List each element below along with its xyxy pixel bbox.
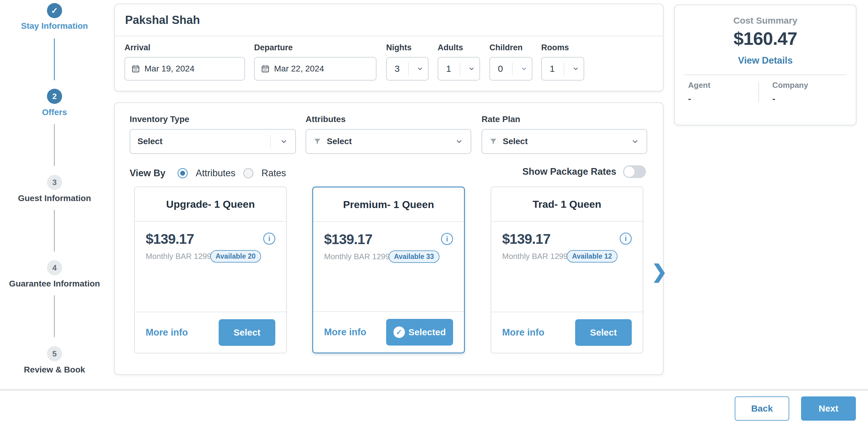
- show-package-rates-label: Show Package Rates: [522, 166, 616, 177]
- attributes-select[interactable]: Select: [306, 129, 471, 154]
- rate-plan-value: Select: [503, 136, 528, 146]
- agent-column: Agent -: [688, 81, 758, 104]
- cost-summary-card: Cost Summary $160.47 View Details Agent …: [674, 4, 857, 125]
- stay-summary-card: Pakshal Shah Arrival Mar 19, 2024 Depart…: [114, 4, 663, 91]
- arrival-field-group: Arrival Mar 19, 2024: [124, 43, 245, 81]
- chevron-down-icon: [631, 137, 639, 146]
- adults-select[interactable]: 1: [438, 57, 480, 81]
- offer-rate-plan: Monthly BAR 1299: [502, 252, 568, 261]
- more-info-link[interactable]: More info: [502, 327, 545, 338]
- company-value: -: [772, 94, 842, 104]
- nights-value: 3: [395, 64, 404, 74]
- inventory-type-label: Inventory Type: [130, 115, 296, 124]
- children-select[interactable]: 0: [489, 57, 532, 81]
- company-label: Company: [772, 81, 842, 90]
- rate-plan-select[interactable]: Select: [482, 129, 647, 154]
- step-4-label[interactable]: Guarantee Information: [0, 279, 109, 288]
- nights-field-group: Nights 3: [386, 43, 429, 81]
- step-3-number: 3: [52, 178, 57, 187]
- view-details-link[interactable]: View Details: [675, 55, 856, 66]
- show-package-rates-group: Show Package Rates: [522, 165, 646, 178]
- view-by-attributes-label[interactable]: Attributes: [196, 168, 235, 179]
- chevron-down-icon: [468, 65, 475, 72]
- info-icon[interactable]: i: [620, 233, 632, 245]
- chevron-down-icon: [520, 65, 528, 72]
- filter-icon: [489, 138, 497, 145]
- wizard-stepper: ✓ Stay Information 2 Offers 3 Guest Info…: [0, 0, 109, 427]
- arrival-label: Arrival: [124, 43, 245, 52]
- offer-title: Trad- 1 Queen: [491, 187, 643, 222]
- info-icon[interactable]: i: [263, 233, 275, 245]
- agent-label: Agent: [688, 81, 758, 90]
- nights-select[interactable]: 3: [386, 57, 429, 81]
- offer-price: $139.17: [502, 231, 550, 247]
- agent-value: -: [688, 94, 758, 104]
- step-4-circle[interactable]: 4: [47, 260, 62, 275]
- offer-card-upgrade: Upgrade- 1 Queen $139.17 i Monthly BAR 1…: [134, 187, 287, 354]
- view-by-attributes-radio[interactable]: [178, 168, 188, 178]
- offer-rate-plan: Monthly BAR 1299: [324, 252, 390, 261]
- departure-label: Departure: [254, 43, 376, 52]
- view-by-rates-label[interactable]: Rates: [261, 168, 286, 179]
- chevron-down-icon: [280, 137, 288, 146]
- step-1-label[interactable]: Stay Information: [0, 21, 109, 31]
- adults-value: 1: [446, 64, 456, 74]
- chevron-down-icon: [455, 137, 463, 146]
- step-5-circle[interactable]: 5: [47, 346, 62, 361]
- filter-icon: [313, 138, 321, 145]
- step-connector: [54, 295, 55, 337]
- offers-panel: Inventory Type Select Attributes Select …: [114, 102, 663, 375]
- children-value: 0: [498, 64, 508, 74]
- departure-date-value: Mar 22, 2024: [274, 64, 324, 73]
- chevron-down-icon: [572, 65, 579, 72]
- departure-date-input[interactable]: Mar 22, 2024: [254, 57, 376, 81]
- show-package-rates-toggle[interactable]: [623, 165, 646, 178]
- step-4-number: 4: [52, 263, 57, 273]
- step-5-number: 5: [52, 349, 57, 359]
- arrival-date-input[interactable]: Mar 19, 2024: [124, 57, 245, 81]
- step-3-circle[interactable]: 3: [47, 175, 62, 190]
- availability-badge: Available 20: [210, 250, 261, 263]
- back-button[interactable]: Back: [735, 396, 789, 421]
- availability-badge: Available 33: [389, 250, 439, 263]
- offer-price: $139.17: [324, 231, 372, 247]
- calendar-icon: [131, 64, 140, 73]
- next-button[interactable]: Next: [801, 396, 856, 421]
- check-icon: ✓: [51, 6, 58, 16]
- more-info-link[interactable]: More info: [324, 327, 367, 338]
- inventory-type-select[interactable]: Select: [130, 129, 296, 154]
- departure-field-group: Departure Mar 22, 2024: [254, 43, 376, 81]
- offer-card-premium: Premium- 1 Queen $139.17 i Monthly BAR 1…: [312, 187, 465, 354]
- step-2-number: 2: [52, 92, 57, 101]
- step-5-label[interactable]: Review & Book: [0, 365, 109, 375]
- inventory-type-group: Inventory Type Select: [130, 115, 296, 154]
- carousel-next-icon[interactable]: ❯: [651, 261, 667, 282]
- more-info-link[interactable]: More info: [146, 327, 188, 338]
- view-by-label: View By: [130, 168, 165, 179]
- footer-divider: [0, 390, 868, 390]
- selected-offer-button[interactable]: ✓ Selected: [386, 319, 453, 345]
- select-offer-button[interactable]: Select: [575, 319, 632, 346]
- guest-name-title: Pakshal Shah: [115, 4, 663, 36]
- rate-plan-group: Rate Plan Select: [482, 115, 647, 154]
- cost-summary-amount: $160.47: [675, 28, 856, 49]
- adults-label: Adults: [438, 43, 480, 52]
- chevron-down-icon: [416, 65, 424, 72]
- arrival-date-value: Mar 19, 2024: [145, 64, 194, 73]
- step-connector: [54, 210, 55, 252]
- step-1-circle[interactable]: ✓: [47, 3, 62, 18]
- step-2-label[interactable]: Offers: [0, 108, 109, 117]
- attributes-label: Attributes: [306, 115, 471, 124]
- calendar-icon: [261, 64, 270, 73]
- view-by-group: View By Attributes Rates: [130, 166, 286, 180]
- step-2-circle[interactable]: 2: [47, 89, 62, 104]
- attributes-value: Select: [327, 136, 352, 146]
- check-icon: ✓: [394, 327, 405, 338]
- rooms-select[interactable]: 1: [541, 57, 584, 81]
- step-3-label[interactable]: Guest Information: [0, 193, 109, 203]
- select-offer-button[interactable]: Select: [219, 319, 275, 346]
- info-icon[interactable]: i: [441, 233, 453, 245]
- nights-label: Nights: [386, 43, 429, 52]
- view-by-rates-radio[interactable]: [243, 168, 253, 178]
- offer-title: Upgrade- 1 Queen: [135, 187, 286, 222]
